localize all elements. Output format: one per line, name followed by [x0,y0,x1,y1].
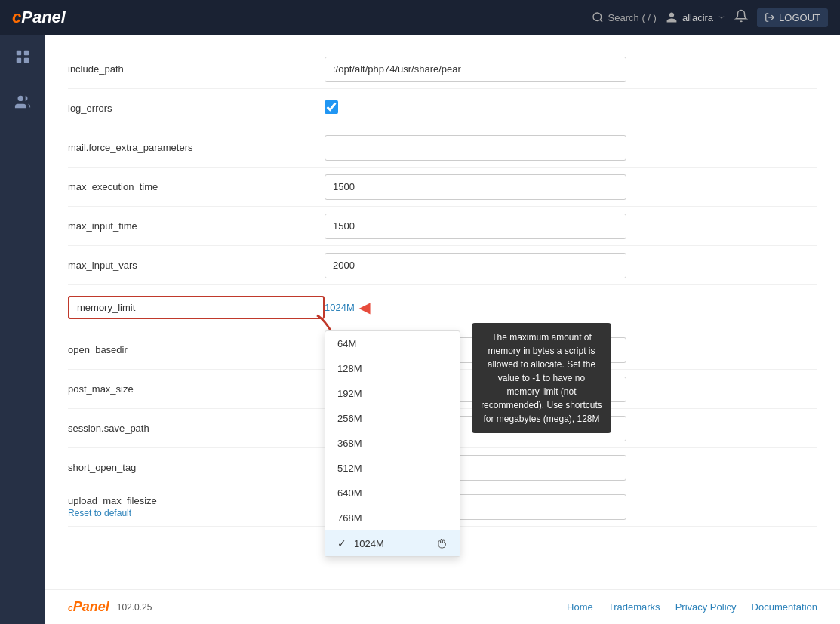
cpanel-logo: cPanel [12,8,66,27]
mail-force-input-wrap [325,135,626,161]
include-path-input[interactable] [325,57,626,82]
footer-version: 102.0.25 [117,602,152,613]
setting-max-input-vars: max_input_vars [68,246,817,285]
dropdown-option-64m[interactable]: 64M [325,331,460,356]
footer: cPanel 102.0.25 Home Trademarks Privacy … [45,589,840,624]
footer-home-link[interactable]: Home [567,601,593,613]
search-icon [592,11,604,23]
option-label: 64M [337,338,356,349]
max-execution-time-label: max_execution_time [68,181,325,192]
include-path-input-wrap [325,57,626,82]
svg-rect-6 [24,58,29,63]
max-input-time-label: max_input_time [68,220,325,232]
max-input-vars-input-wrap [325,253,626,278]
option-label: 128M [337,363,362,374]
log-errors-checkbox[interactable] [325,100,338,114]
memory-limit-dropdown: The maximum amount of memory in bytes a … [325,330,460,557]
option-label: 768M [337,512,362,524]
post-max-size-label: post_max_size [68,383,325,395]
setting-max-input-time: max_input_time [68,207,817,246]
option-label: 256M [337,413,362,424]
sidebar-icon-users[interactable] [10,89,35,119]
sidebar [0,35,45,624]
memory-limit-trigger-wrap: 1024M ◀ [325,300,626,316]
dropdown-option-640m[interactable]: 640M [325,481,460,506]
include-path-label: include_path [68,63,325,75]
logout-label: LOGOUT [779,12,820,23]
notifications-bell[interactable] [734,9,748,26]
option-label: 640M [337,487,362,499]
memory-limit-value: 1024M [325,302,355,313]
setting-memory-limit: memory_limit 1024M ◀ The maximum amount … [68,285,817,330]
dropdown-option-192m[interactable]: 192M [325,381,460,406]
search-placeholder: Search ( / ) [608,12,657,23]
setting-mail-force: mail.force_extra_parameters [68,128,817,168]
username: allacira [682,12,713,23]
reset-to-default-link[interactable]: Reset to default [68,508,325,518]
session-save-path-label: session.save_path [68,423,325,434]
max-input-time-input-wrap [325,214,626,239]
svg-point-0 [593,13,602,21]
setting-include-path: include_path [68,50,817,89]
main-layout: include_path log_errors mail.force_extra… [0,35,840,624]
log-errors-label: log_errors [68,103,325,114]
mail-force-input[interactable] [325,135,626,161]
option-label: 192M [337,388,362,399]
memory-limit-tooltip: The maximum amount of memory in bytes a … [472,323,611,433]
mail-force-label: mail.force_extra_parameters [68,142,325,153]
max-execution-time-input-wrap [325,174,626,200]
dropdown-option-128m[interactable]: 128M [325,356,460,381]
top-navigation: cPanel Search ( / ) allacira LOGOUT [0,0,840,35]
dropdown-option-1024m[interactable]: ✓ 1024M [325,530,460,556]
dropdown-arrow-icon: ◀ [359,300,370,316]
upload-max-filesize-label-group: upload_max_filesize Reset to default [68,495,325,518]
memory-limit-dropdown-list: 64M 128M 192M 256M 368M 512M [325,330,460,557]
option-label: 1024M [354,538,384,549]
user-icon [666,11,678,23]
footer-privacy-link[interactable]: Privacy Policy [675,601,737,613]
log-errors-input-wrap [325,100,626,116]
footer-documentation-link[interactable]: Documentation [752,601,817,613]
upload-max-filesize-label: upload_max_filesize [68,495,325,506]
user-menu[interactable]: allacira [666,11,725,23]
svg-rect-4 [24,51,29,55]
svg-rect-3 [17,51,21,55]
dropdown-option-768m[interactable]: 768M [325,506,460,530]
dropdown-option-256m[interactable]: 256M [325,406,460,431]
footer-cpanel-text: cPanel [68,599,109,615]
dropdown-option-368m[interactable]: 368M [325,431,460,456]
checkmark-icon: ✓ [337,537,346,549]
hand-cursor-icon [435,537,448,549]
footer-logo: cPanel 102.0.25 [68,599,152,615]
option-label: 368M [337,438,362,449]
short-open-tag-label: short_open_tag [68,462,325,473]
max-input-vars-label: max_input_vars [68,260,325,271]
search-area[interactable]: Search ( / ) [592,11,657,23]
setting-max-execution-time: max_execution_time [68,168,817,207]
open-basedir-label: open_basedir [68,344,325,355]
memory-limit-dropdown-trigger[interactable]: 1024M ◀ [325,300,626,316]
dropdown-option-512m[interactable]: 512M [325,456,460,481]
option-label: 512M [337,463,362,474]
sidebar-icon-grid[interactable] [10,44,35,74]
chevron-down-icon [718,14,725,21]
svg-line-1 [600,20,602,22]
main-content: include_path log_errors mail.force_extra… [45,35,840,624]
setting-log-errors: log_errors [68,89,817,128]
max-input-vars-input[interactable] [325,253,626,278]
footer-trademarks-link[interactable]: Trademarks [608,601,660,613]
svg-point-7 [18,96,23,101]
memory-limit-label: memory_limit [68,296,325,319]
svg-rect-5 [17,58,21,63]
logout-button[interactable]: LOGOUT [757,8,828,27]
max-execution-time-input[interactable] [325,174,626,200]
max-input-time-input[interactable] [325,214,626,239]
logout-icon [765,12,775,23]
